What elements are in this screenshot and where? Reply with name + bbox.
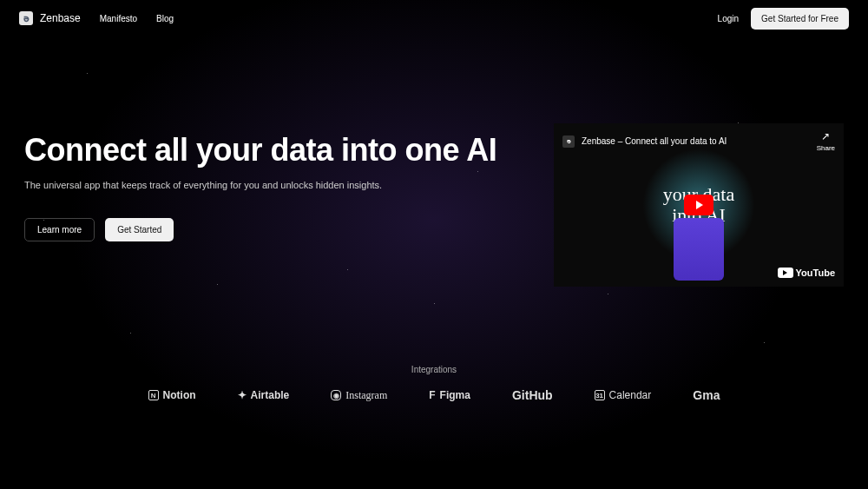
play-button[interactable] xyxy=(684,195,713,215)
integration-gmail: Gma xyxy=(693,388,720,402)
integrations-section: Integrations N Notion ✦ Airtable ◉ Insta… xyxy=(0,365,868,402)
video-avatar-icon: ə xyxy=(562,135,575,148)
calendar-label: Calendar xyxy=(609,389,652,401)
share-button[interactable]: ↗ Share xyxy=(817,130,835,152)
integration-github: GitHub xyxy=(512,388,553,402)
github-label: GitHub xyxy=(512,388,553,402)
hero-title: Connect all your data into one AI xyxy=(24,132,519,168)
video-card-graphic xyxy=(674,218,724,281)
video-title-group: ə Zenbase – Connect all your data to AI xyxy=(562,135,727,148)
hero-subtitle: The universal app that keeps track of ev… xyxy=(24,180,519,190)
play-icon xyxy=(696,201,703,209)
airtable-icon: ✦ xyxy=(238,389,247,401)
calendar-icon: 31 xyxy=(595,390,605,400)
header-right: Login Get Started for Free xyxy=(718,8,849,30)
header-left: ə Zenbase Manifesto Blog xyxy=(19,11,174,25)
video-embed[interactable]: ə Zenbase – Connect all your data to AI … xyxy=(554,123,844,287)
share-icon: ↗ xyxy=(821,130,830,142)
learn-more-button[interactable]: Learn more xyxy=(24,218,95,241)
integrations-label: Integrations xyxy=(0,365,868,374)
video-header: ə Zenbase – Connect all your data to AI … xyxy=(554,123,844,159)
notion-icon: N xyxy=(148,390,159,400)
figma-label: Figma xyxy=(440,389,470,401)
login-link[interactable]: Login xyxy=(718,14,739,23)
integration-instagram: ◉ Instagram xyxy=(331,389,387,402)
integration-figma: F Figma xyxy=(429,389,470,401)
get-started-button[interactable]: Get Started xyxy=(105,218,174,241)
integration-notion: N Notion xyxy=(148,389,196,401)
hero-buttons: Learn more Get Started xyxy=(24,218,519,241)
hero-section: Connect all your data into one AI The un… xyxy=(0,36,868,287)
youtube-icon xyxy=(778,268,793,278)
hero-content: Connect all your data into one AI The un… xyxy=(24,123,519,287)
get-started-free-button[interactable]: Get Started for Free xyxy=(751,8,849,30)
notion-label: Notion xyxy=(163,389,196,401)
nav-blog[interactable]: Blog xyxy=(156,14,174,23)
instagram-icon: ◉ xyxy=(331,390,341,400)
integration-airtable: ✦ Airtable xyxy=(238,389,290,401)
integration-logos: N Notion ✦ Airtable ◉ Instagram F Figma … xyxy=(0,388,868,402)
airtable-label: Airtable xyxy=(251,389,290,401)
logo[interactable]: ə Zenbase xyxy=(19,11,81,25)
figma-icon: F xyxy=(429,389,435,401)
logo-text: Zenbase xyxy=(40,12,81,24)
nav-manifesto[interactable]: Manifesto xyxy=(100,14,137,23)
gmail-label: Gma xyxy=(693,388,720,402)
share-label: Share xyxy=(817,144,835,152)
youtube-badge[interactable]: YouTube xyxy=(778,268,835,278)
logo-icon: ə xyxy=(19,11,33,25)
instagram-label: Instagram xyxy=(345,389,387,402)
youtube-label: YouTube xyxy=(796,268,835,278)
video-title: Zenbase – Connect all your data to AI xyxy=(582,136,727,146)
header: ə Zenbase Manifesto Blog Login Get Start… xyxy=(0,0,868,36)
integration-calendar: 31 Calendar xyxy=(595,389,652,401)
